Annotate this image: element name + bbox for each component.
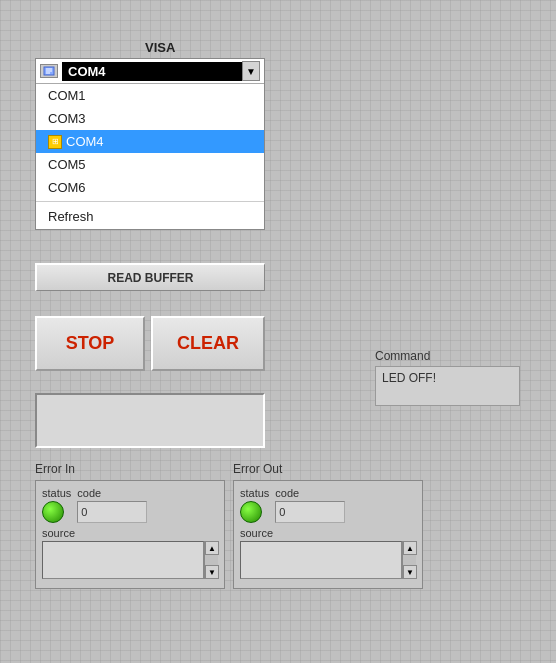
error-in-status-label: status bbox=[42, 487, 71, 499]
error-out-top-row: status code bbox=[240, 487, 416, 523]
error-out-status-indicator bbox=[240, 501, 262, 523]
dropdown-option-com4-label: COM4 bbox=[66, 134, 104, 149]
visa-dropdown[interactable]: COM4 ▼ COM1 COM3 ⊞ COM4 COM5 COM6 Refres… bbox=[35, 58, 265, 230]
error-in-scroll-down[interactable]: ▼ bbox=[205, 565, 219, 579]
error-out-scroll-up[interactable]: ▲ bbox=[403, 541, 417, 555]
read-buffer-button[interactable]: READ BUFFER bbox=[35, 263, 265, 291]
output-text-area bbox=[35, 393, 265, 448]
dropdown-option-com5[interactable]: COM5 bbox=[36, 153, 264, 176]
error-in-source-label: source bbox=[42, 527, 218, 539]
command-panel: Command LED OFF! bbox=[375, 349, 520, 406]
error-in-code-input[interactable] bbox=[77, 501, 147, 523]
error-in-source-field: source ▲ ▼ bbox=[42, 527, 218, 582]
error-out-code-label: code bbox=[275, 487, 345, 499]
dropdown-selected-value: COM4 bbox=[62, 62, 242, 81]
error-in-status-indicator bbox=[42, 501, 64, 523]
dropdown-arrow-button[interactable]: ▼ bbox=[242, 61, 260, 81]
dropdown-option-com1[interactable]: COM1 bbox=[36, 84, 264, 107]
error-in-scrollbar[interactable]: ▲ ▼ bbox=[204, 541, 218, 579]
error-in-code-field: code bbox=[77, 487, 147, 523]
error-in-status-field: status bbox=[42, 487, 71, 523]
error-in-source-wrapper: ▲ ▼ bbox=[42, 541, 218, 582]
error-out-code-field: code bbox=[275, 487, 345, 523]
error-in-label: Error In bbox=[35, 462, 225, 476]
error-in-code-label: code bbox=[77, 487, 147, 499]
error-out-source-textarea[interactable] bbox=[240, 541, 402, 579]
com4-selected-icon: ⊞ bbox=[48, 135, 62, 149]
error-out-source-wrapper: ▲ ▼ bbox=[240, 541, 416, 582]
dropdown-refresh[interactable]: Refresh bbox=[36, 204, 264, 229]
error-in-scroll-up[interactable]: ▲ bbox=[205, 541, 219, 555]
error-out-section: Error Out status code source ▲ ▼ bbox=[233, 462, 423, 589]
visa-label: VISA bbox=[145, 40, 175, 55]
error-out-scroll-down[interactable]: ▼ bbox=[403, 565, 417, 579]
clear-button[interactable]: CLEAR bbox=[151, 316, 265, 371]
dropdown-divider bbox=[36, 201, 264, 202]
dropdown-option-com3[interactable]: COM3 bbox=[36, 107, 264, 130]
error-in-inner: status code source ▲ ▼ bbox=[35, 480, 225, 589]
dropdown-icon bbox=[40, 64, 58, 78]
error-out-inner: status code source ▲ ▼ bbox=[233, 480, 423, 589]
error-out-source-label: source bbox=[240, 527, 416, 539]
error-in-top-row: status code bbox=[42, 487, 218, 523]
error-out-label: Error Out bbox=[233, 462, 423, 476]
command-value: LED OFF! bbox=[375, 366, 520, 406]
dropdown-option-com4[interactable]: ⊞ COM4 bbox=[36, 130, 264, 153]
stop-button[interactable]: STOP bbox=[35, 316, 145, 371]
error-out-status-label: status bbox=[240, 487, 269, 499]
error-out-code-input[interactable] bbox=[275, 501, 345, 523]
error-out-status-field: status bbox=[240, 487, 269, 523]
error-in-source-textarea[interactable] bbox=[42, 541, 204, 579]
command-label: Command bbox=[375, 349, 520, 363]
dropdown-option-com6[interactable]: COM6 bbox=[36, 176, 264, 199]
error-in-section: Error In status code source ▲ ▼ bbox=[35, 462, 225, 589]
error-out-scrollbar[interactable]: ▲ ▼ bbox=[402, 541, 416, 579]
error-out-source-field: source ▲ ▼ bbox=[240, 527, 416, 582]
dropdown-header[interactable]: COM4 ▼ bbox=[36, 59, 264, 84]
